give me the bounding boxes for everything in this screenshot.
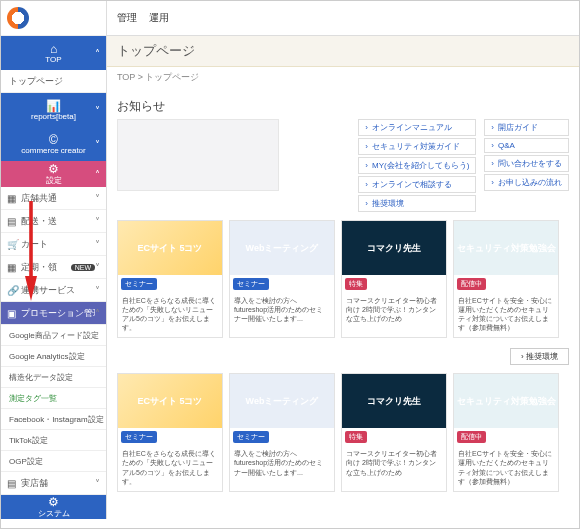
notice-row: オンラインマニュアル セキュリティ対策ガイド MY(会社を紹介してもらう) オン… [117, 119, 569, 212]
page-title: トップページ [107, 36, 579, 67]
card-thumb: ECサイト 5コツ [118, 221, 222, 275]
megaphone-icon: ▣ [7, 308, 17, 319]
link-open-guide[interactable]: 開店ガイド [484, 119, 569, 136]
sidebar: F ⌂ TOP ˄ トップページ 📊 reports[beta] ˅ © com… [1, 1, 107, 519]
sub-google-feed[interactable]: Google商品フィード設定 [1, 325, 106, 346]
chart-icon: 📊 [46, 100, 61, 112]
card[interactable]: ECサイト 5コツセミナー自社ECをさらなる成長に導くための「失敗しないリニュー… [117, 373, 223, 491]
topbar: 管理 運用 [107, 1, 579, 36]
link-col-1: オンラインマニュアル セキュリティ対策ガイド MY(会社を紹介してもらう) オン… [358, 119, 476, 212]
card[interactable]: セキュリティ対策勉強会配信中自社ECサイトを安全・安心に運用いただくためのセキュ… [453, 220, 559, 338]
nav-subscription[interactable]: ▦定期・領NEW˅ [1, 256, 106, 279]
card-chip: 特集 [345, 278, 367, 290]
card-row-2: ECサイト 5コツセミナー自社ECをさらなる成長に導くための「失敗しないリニュー… [117, 373, 569, 491]
card-chip: セミナー [121, 431, 157, 443]
card-desc: コマースクリエイター初心者向け 2時間で学ぶ！カンタンな立ち上げのため [342, 446, 446, 481]
topbar-operate[interactable]: 運用 [149, 11, 169, 25]
card-chip: セミナー [233, 278, 269, 290]
card-thumb: セキュリティ対策勉強会 [454, 221, 558, 275]
link-online-consult[interactable]: オンラインで相談する [358, 176, 476, 193]
notice-heading: お知らせ [117, 94, 569, 119]
calendar-icon: ▦ [7, 262, 17, 273]
sub-google-analytics[interactable]: Google Analytics設定 [1, 346, 106, 367]
grid-icon: ▦ [7, 193, 17, 204]
card-chip: セミナー [233, 431, 269, 443]
rec-env-button[interactable]: › 推奨環境 [510, 348, 569, 365]
main: 管理 運用 トップページ TOP > トップページ お知らせ オンラインマニュア… [107, 1, 579, 528]
card-chip: 特集 [345, 431, 367, 443]
nav-system[interactable]: ⚙ システム [1, 495, 106, 519]
truck-icon: ▤ [7, 216, 17, 227]
caret-up-icon: ˄ [95, 308, 100, 319]
link-requirements[interactable]: 推奨環境 [358, 195, 476, 212]
card-chip: 配信中 [457, 431, 486, 443]
notice-placeholder [117, 119, 279, 191]
caret-down-icon: ˅ [95, 478, 100, 489]
content: お知らせ オンラインマニュアル セキュリティ対策ガイド MY(会社を紹介してもら… [107, 88, 579, 528]
caret-down-icon: ˅ [95, 105, 100, 116]
nav-integration[interactable]: 🔗連携サービス˅ [1, 279, 106, 302]
card-desc: 自社ECサイトを安全・安心に運用いただくためのセキュリティ対策についてお伝えしま… [454, 446, 558, 490]
card-row-1: ECサイト 5コツセミナー自社ECをさらなる成長に導くための「失敗しないリニュー… [117, 220, 569, 338]
caret-down-icon: ˅ [95, 239, 100, 250]
nav-cart[interactable]: 🛒カート˅ [1, 233, 106, 256]
sub-ogp[interactable]: OGP設定 [1, 451, 106, 472]
link-qa[interactable]: Q&A [484, 138, 569, 153]
gear-icon: ⚙ [48, 496, 59, 508]
card[interactable]: セキュリティ対策勉強会配信中自社ECサイトを安全・安心に運用いただくためのセキュ… [453, 373, 559, 491]
card-desc: コマースクリエイター初心者向け 2時間で学ぶ！カンタンな立ち上げのため [342, 293, 446, 328]
breadcrumb: TOP > トップページ [107, 67, 579, 88]
card[interactable]: ECサイト 5コツセミナー自社ECをさらなる成長に導くための「失敗しないリニュー… [117, 220, 223, 338]
card[interactable]: コマクリ先生特集コマースクリエイター初心者向け 2時間で学ぶ！カンタンな立ち上げ… [341, 220, 447, 338]
card[interactable]: Webミーティングセミナー導入をご検討の方へ futureshop活用のためのセ… [229, 220, 335, 338]
gear-icon: ⚙ [48, 163, 59, 175]
copyright-icon: © [49, 134, 58, 146]
caret-up-icon: ˄ [95, 48, 100, 59]
card-thumb: Webミーティング [230, 374, 334, 428]
link-contact[interactable]: 問い合わせをする [484, 155, 569, 172]
card-desc: 導入をご検討の方へ futureshop活用のためのセミナー開催いたします... [230, 446, 334, 481]
card-desc: 導入をご検討の方へ futureshop活用のためのセミナー開催いたします... [230, 293, 334, 328]
caret-down-icon: ˅ [95, 139, 100, 150]
nav-promotion[interactable]: ▣プロモーション管理˄ [1, 302, 106, 325]
nav-reports[interactable]: 📊 reports[beta] ˅ [1, 93, 106, 127]
sub-facebook-instagram[interactable]: Facebook・Instagram設定 [1, 409, 106, 430]
card-thumb: セキュリティ対策勉強会 [454, 374, 558, 428]
caret-down-icon: ˅ [95, 193, 100, 204]
nav-toppage[interactable]: トップページ [1, 70, 106, 93]
caret-down-icon: ˅ [95, 216, 100, 227]
app-root: F ⌂ TOP ˄ トップページ 📊 reports[beta] ˅ © com… [0, 0, 580, 529]
card-thumb: コマクリ先生 [342, 374, 446, 428]
card-desc: 自社ECサイトを安全・安心に運用いただくためのセキュリティ対策についてお伝えしま… [454, 293, 558, 337]
nav-shipping[interactable]: ▤配送・送˅ [1, 210, 106, 233]
nav-top[interactable]: ⌂ TOP ˄ [1, 36, 106, 70]
nav-real-store[interactable]: ▤実店舗˅ [1, 472, 106, 495]
card-chip: 配信中 [457, 278, 486, 290]
sub-structured-data[interactable]: 構造化データ設定 [1, 367, 106, 388]
link-col-2: 開店ガイド Q&A 問い合わせをする お申し込みの流れ [484, 119, 569, 212]
logo: F [1, 1, 106, 36]
topbar-admin[interactable]: 管理 [117, 11, 137, 25]
caret-down-icon: ˅ [95, 285, 100, 296]
nav-commerce[interactable]: © commerce creator ˅ [1, 127, 106, 161]
nav-store-common[interactable]: ▦店舗共通˅ [1, 187, 106, 210]
sub-tag-list[interactable]: 測定タグ一覧 [1, 388, 106, 409]
store-icon: ▤ [7, 478, 17, 489]
card-desc: 自社ECをさらなる成長に導くための「失敗しないリニューアル5のコツ」をお伝えしま… [118, 446, 222, 490]
link-referral[interactable]: MY(会社を紹介してもらう) [358, 157, 476, 174]
link-online-manual[interactable]: オンラインマニュアル [358, 119, 476, 136]
caret-up-icon: ˄ [95, 169, 100, 180]
nav-settings[interactable]: ⚙ 設定 ˄ [1, 161, 106, 187]
card[interactable]: Webミーティングセミナー導入をご検討の方へ futureshop活用のためのセ… [229, 373, 335, 491]
sub-tiktok[interactable]: TikTok設定 [1, 430, 106, 451]
card[interactable]: コマクリ先生特集コマースクリエイター初心者向け 2時間で学ぶ！カンタンな立ち上げ… [341, 373, 447, 491]
link-security-guide[interactable]: セキュリティ対策ガイド [358, 138, 476, 155]
link-icon: 🔗 [7, 285, 17, 296]
link-apply-flow[interactable]: お申し込みの流れ [484, 174, 569, 191]
card-desc: 自社ECをさらなる成長に導くための「失敗しないリニューアル5のコツ」をお伝えしま… [118, 293, 222, 337]
caret-down-icon: ˅ [95, 262, 100, 273]
card-chip: セミナー [121, 278, 157, 290]
home-icon: ⌂ [50, 43, 57, 55]
card-thumb: ECサイト 5コツ [118, 374, 222, 428]
card-thumb: Webミーティング [230, 221, 334, 275]
